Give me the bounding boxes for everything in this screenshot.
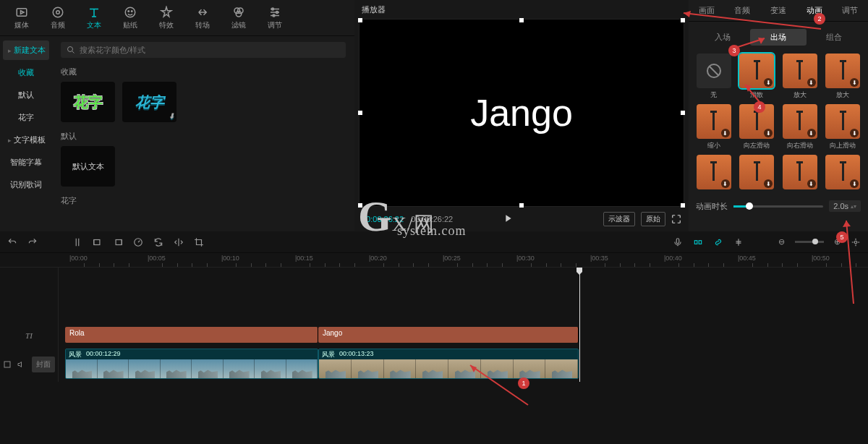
right-tab-3[interactable]: 动画 xyxy=(802,2,827,19)
resize-handle-tm[interactable] xyxy=(519,18,524,22)
anim-8[interactable]: ⬇ xyxy=(694,155,733,192)
preview-text[interactable]: Jango xyxy=(470,91,573,135)
magnet-button[interactable] xyxy=(693,237,703,247)
mute-icon[interactable] xyxy=(17,360,26,369)
ruler-mark: |00:50 xyxy=(812,255,830,262)
search-box[interactable] xyxy=(61,42,346,58)
ruler-mark: |00:05 xyxy=(148,255,166,262)
sidebar-item-2[interactable]: 默认 xyxy=(3,85,49,105)
sidebar-item-4[interactable]: ▸ 文字模板 xyxy=(3,130,49,150)
sub-tab-0[interactable]: 入场 xyxy=(694,29,750,46)
anim-10[interactable]: ⬇ xyxy=(780,155,820,192)
original-button[interactable]: 原始 xyxy=(641,212,665,226)
cover-button[interactable]: 封面 xyxy=(32,357,55,372)
duration-value[interactable]: 2.0s▴▾ xyxy=(829,200,861,212)
ruler-mark: |00:10 xyxy=(221,255,239,262)
anim-1[interactable]: ⬇消散 xyxy=(738,54,777,100)
sidebar-item-6[interactable]: 识别歌词 xyxy=(3,175,49,195)
resize-handle-tr[interactable] xyxy=(681,18,685,22)
right-tab-0[interactable]: 画面 xyxy=(694,2,719,19)
anim-2[interactable]: ⬇放大 xyxy=(780,54,820,100)
anim-4[interactable]: ⬇缩小 xyxy=(694,104,733,150)
resize-handle-tl[interactable] xyxy=(358,18,362,22)
crop-button[interactable] xyxy=(194,237,204,247)
speed-button[interactable] xyxy=(133,237,143,247)
anim-9[interactable]: ⬇ xyxy=(738,155,777,192)
delete-right-button[interactable] xyxy=(113,237,123,247)
sidebar-item-1[interactable]: 收藏 xyxy=(3,63,49,82)
anim-5[interactable]: ⬇向左滑动 xyxy=(738,104,777,150)
tab-media[interactable]: 媒体 xyxy=(6,2,38,34)
video-clip-1[interactable]: 风景00:00:12:29 xyxy=(65,349,318,379)
section-huazi: 花字 xyxy=(61,195,346,206)
anim-7[interactable]: ⬇向上滑动 xyxy=(824,104,863,150)
delete-left-button[interactable] xyxy=(93,237,103,247)
sidebar-item-3[interactable]: 花字 xyxy=(3,108,49,127)
ruler-mark: |00:45 xyxy=(738,255,756,262)
svg-rect-0 xyxy=(17,8,27,16)
mirror-button[interactable] xyxy=(174,237,184,247)
template-huazi-2[interactable]: 花字⬇ xyxy=(122,82,176,122)
sidebar-item-5[interactable]: 智能字幕 xyxy=(3,153,49,172)
svg-rect-18 xyxy=(676,238,679,243)
tab-audio[interactable]: 音频 xyxy=(42,2,74,34)
zoom-in-button[interactable]: ⊕ xyxy=(834,237,841,247)
ruler-mark: |00:35 xyxy=(590,255,608,262)
anim-11[interactable]: ⬇ xyxy=(824,155,863,192)
track-toggle-icon[interactable] xyxy=(3,360,12,369)
playhead[interactable] xyxy=(579,268,580,382)
anim-0[interactable]: 无 xyxy=(694,54,733,100)
play-button[interactable] xyxy=(502,213,514,226)
svg-rect-22 xyxy=(4,362,10,367)
template-huazi-1[interactable]: 花字 xyxy=(61,82,115,122)
text-clip-rola[interactable]: Rola xyxy=(65,327,318,343)
search-input[interactable] xyxy=(80,46,340,54)
zoom-slider[interactable] xyxy=(795,241,824,243)
tab-transition[interactable]: 转场 xyxy=(187,2,218,34)
redo-button[interactable] xyxy=(27,237,38,247)
tab-filter[interactable]: 滤镜 xyxy=(223,2,255,34)
right-tab-4[interactable]: 调节 xyxy=(838,2,862,19)
resize-handle-br[interactable] xyxy=(681,203,685,208)
rotate-button[interactable] xyxy=(153,237,163,247)
anim-3[interactable]: ⬇放大 xyxy=(824,54,863,100)
link-button[interactable] xyxy=(713,237,723,247)
right-tab-2[interactable]: 变速 xyxy=(766,2,791,19)
resize-handle-bl[interactable] xyxy=(358,203,362,208)
scope-button[interactable]: 示波器 xyxy=(603,212,635,226)
zoom-out-button[interactable]: ⊖ xyxy=(778,237,785,247)
svg-point-5 xyxy=(128,10,129,12)
section-default: 默认 xyxy=(61,131,346,142)
video-clip-2[interactable]: 风景00:00:13:23 xyxy=(318,349,579,379)
ruler-mark: |00:00 xyxy=(69,255,88,262)
tab-text[interactable]: 文本 xyxy=(78,2,110,34)
sub-tab-1[interactable]: 出场 xyxy=(750,29,806,46)
sub-tab-2[interactable]: 组合 xyxy=(807,29,862,46)
zoom-fit-button[interactable] xyxy=(851,237,861,247)
resize-handle-bm[interactable] xyxy=(519,203,524,208)
duration-slider[interactable] xyxy=(733,205,823,208)
resize-handle-ml[interactable] xyxy=(358,111,362,115)
download-icon: ⬇ xyxy=(169,112,174,120)
resize-handle-mr[interactable] xyxy=(681,111,685,115)
time-total: 00:00:26:22 xyxy=(411,215,453,223)
tab-adjust[interactable]: 调节 xyxy=(259,2,291,34)
time-current: 00:00:26:22 xyxy=(362,215,404,223)
tab-sticker[interactable]: 贴纸 xyxy=(114,2,146,34)
mic-button[interactable] xyxy=(673,237,683,247)
tab-effect[interactable]: 特效 xyxy=(150,2,182,34)
section-favorites: 收藏 xyxy=(61,67,346,77)
split-button[interactable] xyxy=(72,237,82,247)
text-clip-jango[interactable]: Jango xyxy=(318,327,579,343)
sidebar-item-0[interactable]: ▸ 新建文本 xyxy=(3,40,49,60)
right-tab-1[interactable]: 音频 xyxy=(730,2,754,19)
undo-button[interactable] xyxy=(7,237,17,247)
preview-canvas[interactable]: Jango xyxy=(359,19,684,207)
search-icon xyxy=(67,46,75,54)
text-track-head: TI xyxy=(0,331,58,340)
fullscreen-icon[interactable] xyxy=(671,214,681,224)
template-default-text[interactable]: 默认文本 xyxy=(61,146,115,187)
preview-cut-button[interactable] xyxy=(733,237,744,247)
svg-point-4 xyxy=(125,7,135,17)
anim-6[interactable]: ⬇向右滑动 xyxy=(780,104,820,150)
